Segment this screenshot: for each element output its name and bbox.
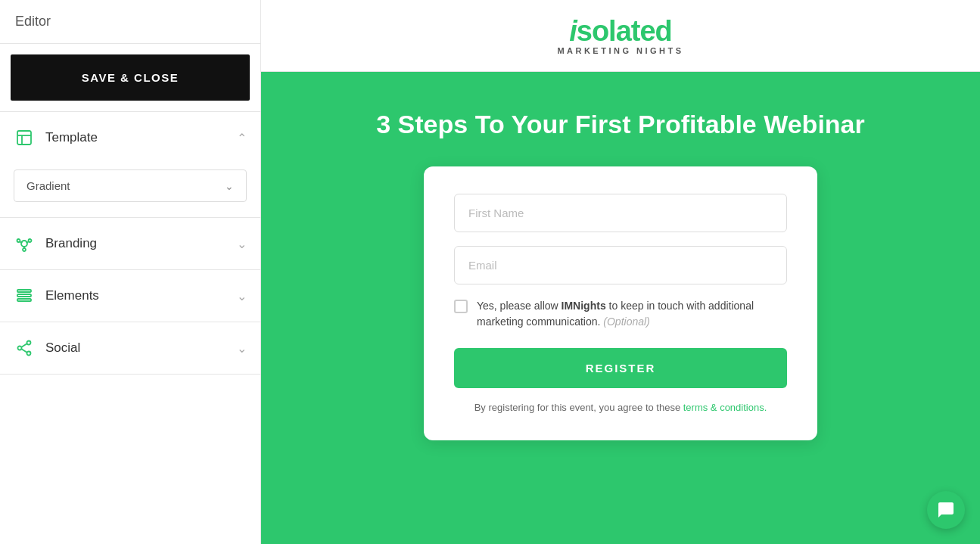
svg-line-17 xyxy=(21,349,26,353)
terms-prefix: By registering for this event, you agree… xyxy=(474,402,683,413)
social-label: Social xyxy=(45,340,237,356)
preview-area: 3 Steps To Your First Profitable Webinar… xyxy=(261,72,980,544)
save-close-button[interactable]: SAVE & CLOSE xyxy=(11,54,250,101)
branding-section: Branding ⌄ xyxy=(0,218,260,270)
template-section-header[interactable]: Template ⌃ xyxy=(0,112,260,163)
template-section-content: Gradient ⌄ xyxy=(0,163,260,217)
sidebar-title: Editor xyxy=(15,14,51,29)
svg-point-6 xyxy=(23,248,26,251)
first-name-input[interactable] xyxy=(454,194,787,232)
sidebar-nav: Template ⌃ Gradient ⌄ xyxy=(0,111,260,544)
brand-solated-text: solated xyxy=(577,17,672,45)
branding-section-header[interactable]: Branding ⌄ xyxy=(0,218,260,269)
main-content: isolated MARKETING NIGHTS 3 Steps To You… xyxy=(261,0,980,544)
sidebar-header: Editor xyxy=(0,0,260,44)
svg-rect-10 xyxy=(17,290,31,292)
chat-bubble-button[interactable] xyxy=(927,491,965,529)
template-icon xyxy=(14,127,35,148)
brand-name-inline: IMNights xyxy=(562,300,606,312)
email-input[interactable] xyxy=(454,246,787,284)
social-section: Social ⌄ xyxy=(0,322,260,375)
branding-icon xyxy=(14,233,35,254)
social-section-header[interactable]: Social ⌄ xyxy=(0,322,260,374)
chat-icon xyxy=(937,501,955,519)
chevron-down-icon: ⌄ xyxy=(225,180,234,192)
registration-form-card: Yes, please allow IMNights to keep in to… xyxy=(424,166,817,440)
svg-point-3 xyxy=(21,241,27,247)
consent-row: Yes, please allow IMNights to keep in to… xyxy=(454,298,787,330)
elements-chevron-icon: ⌄ xyxy=(237,289,247,303)
svg-point-5 xyxy=(29,239,32,242)
elements-label: Elements xyxy=(45,288,237,303)
svg-point-15 xyxy=(27,352,31,356)
terms-text: By registering for this event, you agree… xyxy=(454,402,787,413)
template-dropdown-value: Gradient xyxy=(26,179,70,192)
svg-point-13 xyxy=(27,341,31,345)
elements-section: Elements ⌄ xyxy=(0,270,260,322)
template-section: Template ⌃ Gradient ⌄ xyxy=(0,112,260,218)
brand-logo: isolated MARKETING NIGHTS xyxy=(557,17,683,55)
brand-name-main: isolated xyxy=(569,17,672,45)
optional-label: (Optional) xyxy=(603,316,649,328)
webinar-heading: 3 Steps To Your First Profitable Webinar xyxy=(376,110,865,139)
svg-point-14 xyxy=(18,347,22,350)
template-dropdown[interactable]: Gradient ⌄ xyxy=(14,169,247,202)
social-chevron-icon: ⌄ xyxy=(237,341,247,356)
branding-label: Branding xyxy=(45,236,237,251)
brand-isolated-text: i xyxy=(569,17,577,45)
consent-label: Yes, please allow IMNights to keep in to… xyxy=(477,298,787,330)
consent-checkbox[interactable] xyxy=(454,300,468,313)
template-label: Template xyxy=(45,130,237,145)
terms-link[interactable]: terms & conditions. xyxy=(683,402,767,413)
svg-rect-12 xyxy=(17,299,31,301)
svg-rect-11 xyxy=(17,294,31,297)
template-chevron-icon: ⌃ xyxy=(237,131,247,145)
branding-chevron-icon: ⌄ xyxy=(237,237,247,251)
svg-rect-0 xyxy=(17,131,31,145)
brand-subtitle: MARKETING NIGHTS xyxy=(557,47,683,55)
topbar: isolated MARKETING NIGHTS xyxy=(261,0,980,72)
svg-line-16 xyxy=(21,343,26,347)
svg-point-4 xyxy=(17,239,20,242)
sidebar: Editor SAVE & CLOSE Template ⌃ Gradient xyxy=(0,0,261,544)
elements-section-header[interactable]: Elements ⌄ xyxy=(0,270,260,322)
social-icon xyxy=(14,337,35,359)
register-button[interactable]: REGISTER xyxy=(454,348,787,388)
elements-icon xyxy=(14,285,35,306)
